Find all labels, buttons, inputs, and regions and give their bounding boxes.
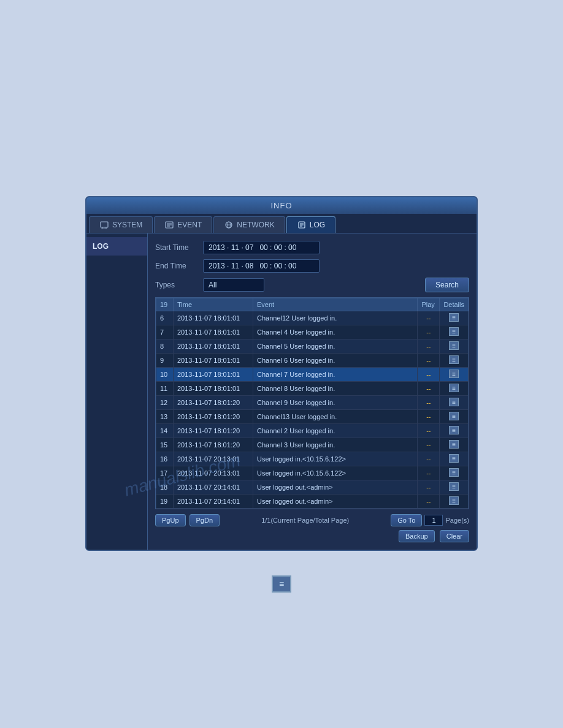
row-event: Channel 4 User logged in. <box>253 325 418 339</box>
table-row[interactable]: 82013-11-07 18:01:01Channel 5 User logge… <box>156 339 469 354</box>
goto-button[interactable]: Go To <box>391 514 422 526</box>
row-time: 2013-11-07 20:14:01 <box>174 480 253 495</box>
details-icon[interactable] <box>449 398 459 406</box>
table-row[interactable]: 112013-11-07 18:01:01Channel 8 User logg… <box>156 382 469 396</box>
start-time-input[interactable] <box>203 241 320 254</box>
system-icon <box>99 221 109 229</box>
tab-log[interactable]: LOG <box>286 216 335 233</box>
tab-network[interactable]: NETWORK <box>213 216 285 233</box>
row-details[interactable] <box>440 452 469 466</box>
row-event: Channel 7 User logged in. <box>253 368 418 382</box>
table-row[interactable]: 162013-11-07 20:13:01User logged in.<10.… <box>156 452 469 466</box>
goto-section: Go To Page(s) <box>391 514 469 526</box>
table-row[interactable]: 72013-11-07 18:01:01Channel 4 User logge… <box>156 325 469 339</box>
row-num: 11 <box>156 382 174 396</box>
row-play: -- <box>418 396 440 410</box>
row-time: 2013-11-07 18:01:01 <box>174 311 253 325</box>
row-play: -- <box>418 354 440 368</box>
row-time: 2013-11-07 20:14:01 <box>174 495 253 509</box>
svg-rect-0 <box>101 222 108 227</box>
row-event: Channel 2 User logged in. <box>253 424 418 438</box>
info-window: INFO SYSTEM EVENT NETWORK <box>85 196 478 551</box>
details-icon[interactable] <box>449 468 459 477</box>
table-row[interactable]: 62013-11-07 18:01:01Channel12 User logge… <box>156 311 469 325</box>
backup-button[interactable]: Backup <box>399 530 435 542</box>
details-icon[interactable] <box>449 454 459 463</box>
page-number-input[interactable] <box>424 515 443 526</box>
search-button[interactable]: Search <box>425 278 469 292</box>
window-title: INFO <box>270 201 292 210</box>
table-row[interactable]: 182013-11-07 20:14:01User logged out.<ad… <box>156 480 469 495</box>
pages-suffix: Page(s) <box>445 517 469 524</box>
details-icon[interactable] <box>449 496 459 505</box>
row-details[interactable] <box>440 311 469 325</box>
log-table-container: 19 Time Event Play Details 62013-11-07 1… <box>155 297 469 509</box>
table-row[interactable]: 152013-11-07 18:01:20Channel 3 User logg… <box>156 438 469 452</box>
types-dropdown[interactable]: All System Network Alarm <box>203 278 264 292</box>
bottom-controls: PgUp PgDn 1/1(Current Page/Total Page) G… <box>155 514 469 526</box>
table-row[interactable]: 172013-11-07 20:13:01User logged in.<10.… <box>156 466 469 480</box>
table-row[interactable]: 122013-11-07 18:01:20Channel 9 User logg… <box>156 396 469 410</box>
details-icon[interactable] <box>449 341 459 350</box>
action-row: Backup Clear <box>155 530 469 542</box>
tab-event[interactable]: EVENT <box>154 216 212 233</box>
row-time: 2013-11-07 18:01:01 <box>174 368 253 382</box>
row-details[interactable] <box>440 438 469 452</box>
end-time-input[interactable] <box>203 259 320 273</box>
table-row[interactable]: 192013-11-07 20:14:01User logged out.<ad… <box>156 495 469 509</box>
table-row[interactable]: 92013-11-07 18:01:01Channel 6 User logge… <box>156 354 469 368</box>
types-left: Types All System Network Alarm <box>155 278 264 292</box>
col-event: Event <box>253 298 418 311</box>
details-icon[interactable] <box>449 440 459 449</box>
pgdn-button[interactable]: PgDn <box>190 514 220 526</box>
tab-system[interactable]: SYSTEM <box>89 216 153 233</box>
row-play: -- <box>418 339 440 354</box>
table-row[interactable]: 132013-11-07 18:01:20Channel13 User logg… <box>156 410 469 424</box>
row-num: 13 <box>156 410 174 424</box>
row-play: -- <box>418 424 440 438</box>
details-icon[interactable] <box>449 355 459 364</box>
row-time: 2013-11-07 20:13:01 <box>174 452 253 466</box>
tab-log-label: LOG <box>310 221 325 229</box>
pgup-button[interactable]: PgUp <box>155 514 186 526</box>
row-event: Channel 8 User logged in. <box>253 382 418 396</box>
row-play: -- <box>418 438 440 452</box>
details-icon[interactable] <box>449 384 459 392</box>
details-icon[interactable] <box>449 412 459 420</box>
table-row[interactable]: 142013-11-07 18:01:20Channel 2 User logg… <box>156 424 469 438</box>
row-details[interactable] <box>440 368 469 382</box>
row-details[interactable] <box>440 325 469 339</box>
row-details[interactable] <box>440 410 469 424</box>
col-play: Play <box>418 298 440 311</box>
tab-network-label: NETWORK <box>237 221 274 229</box>
details-icon[interactable] <box>449 482 459 491</box>
row-num: 12 <box>156 396 174 410</box>
content-area: LOG Start Time End Time Types <box>86 233 477 550</box>
row-details[interactable] <box>440 480 469 495</box>
details-icon[interactable] <box>449 426 459 434</box>
row-event: Channel 3 User logged in. <box>253 438 418 452</box>
row-details[interactable] <box>440 354 469 368</box>
row-event: Channel 5 User logged in. <box>253 339 418 354</box>
table-row[interactable]: 102013-11-07 18:01:01Channel 7 User logg… <box>156 368 469 382</box>
row-details[interactable] <box>440 424 469 438</box>
row-details[interactable] <box>440 466 469 480</box>
row-details[interactable] <box>440 495 469 509</box>
row-details[interactable] <box>440 396 469 410</box>
row-event: User logged in.<10.15.6.122> <box>253 466 418 480</box>
tab-bar: SYSTEM EVENT NETWORK LOG <box>86 214 477 233</box>
details-icon[interactable] <box>449 327 459 336</box>
event-icon <box>164 221 174 229</box>
details-icon[interactable] <box>449 370 459 378</box>
row-event: Channel 9 User logged in. <box>253 396 418 410</box>
clear-button[interactable]: Clear <box>440 530 469 542</box>
row-num: 18 <box>156 480 174 495</box>
row-play: -- <box>418 410 440 424</box>
end-time-row: End Time <box>155 259 469 273</box>
row-time: 2013-11-07 18:01:20 <box>174 396 253 410</box>
row-details[interactable] <box>440 382 469 396</box>
details-icon[interactable] <box>449 313 459 322</box>
sidebar-item-log[interactable]: LOG <box>86 237 147 256</box>
row-event: User logged in.<10.15.6.122> <box>253 452 418 466</box>
row-details[interactable] <box>440 339 469 354</box>
